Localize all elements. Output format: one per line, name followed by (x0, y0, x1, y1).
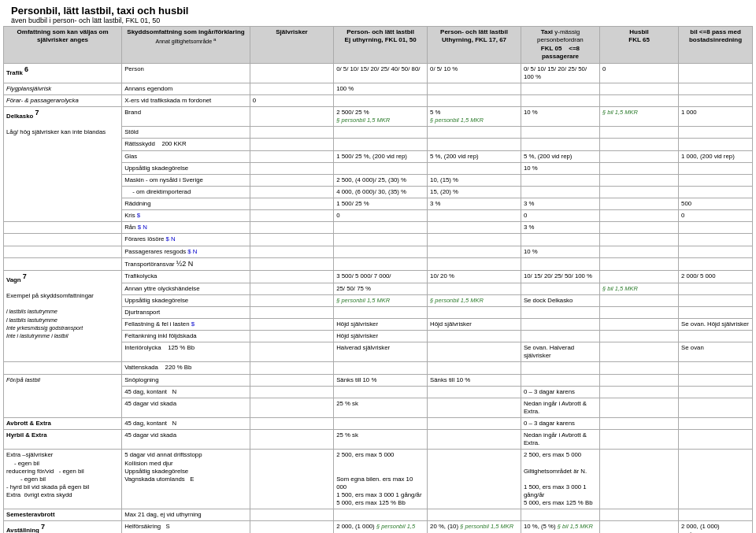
raddning-pl2: 3 % (428, 198, 521, 210)
delkasko-sjalv-brand (250, 107, 333, 127)
passagerares-taxi: 10 % (521, 246, 599, 257)
sno-sjalv (250, 374, 333, 386)
forares-sky: Förares lösöre $ N (122, 234, 250, 246)
avbrott-sjalv (250, 386, 333, 398)
kris-pl2 (428, 210, 521, 222)
page-subtitle: även budbil i person- och lätt lastbil, … (11, 17, 745, 24)
delkasko-sky-brand: Brand (122, 107, 250, 127)
forares-taxi (521, 234, 599, 246)
interior-pl2 (428, 342, 521, 362)
uppsattig-pl2 (428, 162, 521, 174)
uppsattig-sky: Uppsåtlig skadegörelse (122, 162, 250, 174)
vatten-sjalv (250, 362, 333, 374)
semester-sjalv (250, 509, 333, 521)
vagn-husbil-trafik (600, 271, 679, 283)
trafik-pl2: 0/ 5/ 10 % (428, 63, 521, 83)
interior-sky: Interiörolycka 125 % Bb (122, 342, 250, 362)
avbrott-omf-sky: 45 dag, kontant N (122, 418, 250, 430)
vatten-pl2 (428, 362, 521, 374)
raddning-pl1: 1 500/ 25 % (334, 198, 428, 210)
delkasko-pl1-brand: 2 500/ 25 %§ personbil 1,5 MKR (334, 107, 428, 127)
rattsskydd-sky: Rättsskydd 200 KKR (122, 139, 250, 150)
djur-taxi (521, 306, 599, 318)
interior-taxi: Se ovan. Halverad självrisker (521, 342, 599, 362)
avstallning-husbil (600, 521, 679, 533)
avbrott-sky: 45 dag, kontant N (122, 386, 250, 398)
transport-pl1 (334, 257, 428, 271)
sno-taxi (521, 374, 599, 386)
uppsattig-sjalv (250, 162, 333, 174)
raddning-taxi: 3 % (521, 198, 599, 210)
interior-husbil (600, 342, 679, 362)
rattsskydd-sjalv (250, 139, 333, 150)
hyrbil-pl2 (428, 398, 521, 417)
uppsattig-husbil (600, 162, 679, 174)
maskin1-bil (679, 174, 753, 186)
rattsskydd-taxi (521, 139, 599, 150)
maskin1-husbil (600, 174, 679, 186)
hyrbil-bil (679, 398, 753, 417)
forar-pl2 (428, 94, 521, 106)
vatten-sky: Vattenskada 220 % Bb (122, 362, 250, 374)
fell-taxi (521, 318, 599, 330)
avbrott-taxi: 0 – 3 dagar karens (521, 386, 599, 398)
forar-row: Förar- & passagerarolycka X-ers vid traf… (4, 94, 753, 106)
vagn-omf: Vagn 7Exempel på skyddsomfattningarl las… (4, 271, 122, 362)
maskin2-taxi (521, 186, 599, 198)
felttank-husbil (600, 331, 679, 342)
flyg-pl2 (428, 83, 521, 94)
sno-sky: Snöplogning (122, 374, 250, 386)
flyg-sky: Annans egendom (122, 83, 250, 94)
hyrbil-taxi: Nedan ingår i Avbrott & Extra. (521, 398, 599, 417)
delkasko-pl2-brand: 5 %§ personbil 1,5 MKR (428, 107, 521, 127)
raddning-sjalv (250, 198, 333, 210)
forares-row: Förares lösöre $ N (4, 234, 753, 246)
trafik-sjalv (250, 63, 333, 83)
delkasko-bil-brand: 1 000 (679, 107, 753, 127)
avbrott-omf: Avbrott & Extra (4, 418, 122, 430)
extra-husbil (600, 450, 679, 509)
annan-husbil: § bil 1,5 MKR (600, 283, 679, 294)
hyrbil-sky: 45 dagar vid skada (122, 398, 250, 417)
rattsskydd-pl2 (428, 139, 521, 150)
uppsattig2-pl2: § personbil 1,5 MKR (428, 294, 521, 306)
fell-sjalv (250, 318, 333, 330)
forares-pl2 (428, 234, 521, 246)
col-header-pl2: Person- och lätt lastbilUthyrning, FKL 1… (428, 27, 521, 64)
semester-taxi (521, 509, 599, 521)
semester-husbil (600, 509, 679, 521)
hyrbil-extra-bil (679, 430, 753, 450)
djur-sjalv (250, 306, 333, 318)
felttank-sjalv (250, 331, 333, 342)
main-table: Omfattning som kan väljas om självrisker… (3, 26, 753, 533)
passagerares-pl1 (334, 246, 428, 257)
hyrbil-extra-pl2 (428, 430, 521, 450)
forar-omf: Förar- & passagerarolycka (4, 94, 122, 106)
ran-pl2 (428, 222, 521, 234)
semester-pl2 (428, 509, 521, 521)
uppsattig2-bil (679, 294, 753, 306)
avbrott-pl1 (334, 386, 428, 398)
vagn-taxi-trafik: 10/ 15/ 20/ 25/ 50/ 100 % (521, 271, 599, 283)
flyg-row: Flygplansjälvrisk Annans egendom 100 % (4, 83, 753, 94)
avbrott-omf-taxi: 0 – 3 dagar karens (521, 418, 599, 430)
annan-taxi (521, 283, 599, 294)
felttank-pl1: Höjd självrisker (334, 331, 428, 342)
rattsskydd-bil (679, 139, 753, 150)
semester-omf: Semesteravbrott (4, 509, 122, 521)
avstallning-taxi: 10 %, (5 %) § bil 1,5 MKR (521, 521, 599, 533)
trafik-omf: Trafik 6 (4, 63, 122, 83)
ran-pl1 (334, 222, 428, 234)
delkasko-husbil-brand: § bil 1,5 MKR (600, 107, 679, 127)
delkasko-row: Delkasko 7Låg/ hög självrisker kan inte … (4, 107, 753, 127)
stold-bil (679, 127, 753, 139)
header-row: Omfattning som kan väljas om självrisker… (4, 27, 753, 64)
avbrott-header-row: Avbrott & Extra 45 dag, kontant N 0 – 3 … (4, 418, 753, 430)
extra-pl2 (428, 450, 521, 509)
stold-sky: Stöld (122, 127, 250, 139)
sno-pl2: Sänks till 10 % (428, 374, 521, 386)
rattsskydd-husbil (600, 139, 679, 150)
transport-husbil (600, 257, 679, 271)
vatten-husbil (600, 362, 679, 374)
flyg-husbil (600, 83, 679, 94)
